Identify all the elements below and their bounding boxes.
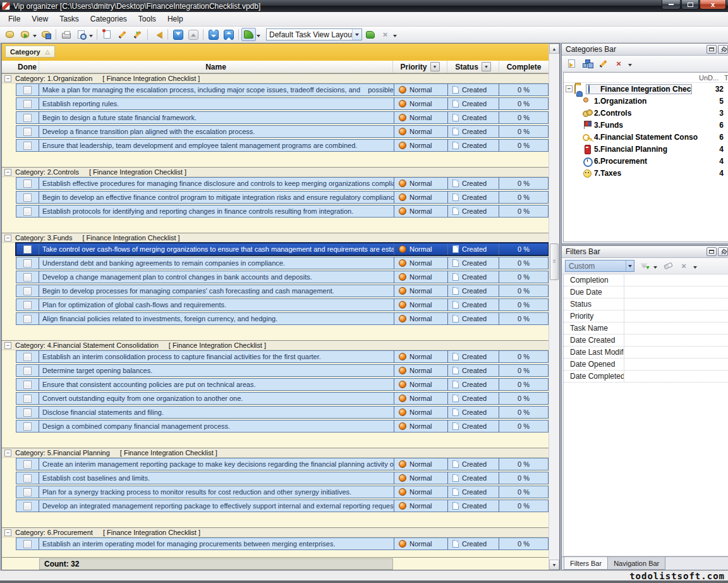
filter-value-field[interactable]: [624, 310, 728, 322]
edit-task-button[interactable]: [115, 28, 130, 41]
new-task-button[interactable]: [100, 28, 114, 41]
task-row[interactable]: Begin to develop processes for managing …: [16, 285, 549, 297]
menu-item[interactable]: Tools: [133, 13, 162, 25]
done-checkbox[interactable]: [23, 128, 32, 136]
apply-filter-button[interactable]: [638, 261, 650, 272]
column-header-done[interactable]: Done: [16, 61, 39, 73]
category-tree-item[interactable]: 6.Procurement 4 4: [564, 155, 728, 167]
task-row[interactable]: Disclose financial statements and filing…: [16, 406, 549, 419]
menu-item[interactable]: File: [3, 13, 26, 25]
done-checkbox[interactable]: [23, 86, 32, 94]
collapse-group-icon[interactable]: −: [4, 529, 11, 536]
collapse-group-icon[interactable]: −: [4, 75, 11, 82]
print-preview-button[interactable]: [74, 28, 88, 41]
filters-pin-button[interactable]: [718, 247, 728, 256]
category-group-header[interactable]: − Category: 2.Controls [ Finance Integra…: [2, 167, 549, 177]
delete-layout-button[interactable]: ×: [378, 28, 392, 41]
scrollbar-track[interactable]: [549, 54, 559, 560]
priority-filter-dropdown[interactable]: ▼: [430, 62, 440, 71]
save-layout-button[interactable]: [363, 28, 377, 41]
layout-combo-dropdown[interactable]: [352, 29, 361, 40]
column-header-complete[interactable]: Complete: [499, 61, 549, 73]
tree-collapse-icon[interactable]: −: [566, 85, 573, 92]
scroll-up-button[interactable]: ▲: [549, 44, 559, 54]
print-dropdown[interactable]: [89, 35, 93, 39]
filter-value-field[interactable]: [624, 371, 728, 382]
task-row[interactable]: Begin to design a future state financial…: [16, 111, 549, 124]
add-subcategory-button[interactable]: [581, 58, 593, 70]
task-row[interactable]: Align financial policies related to inve…: [16, 312, 549, 325]
collapse-group-icon[interactable]: −: [4, 235, 11, 242]
done-checkbox[interactable]: [23, 488, 32, 496]
done-checkbox[interactable]: [23, 207, 32, 216]
task-row[interactable]: Plan for optimization of global cash-flo…: [16, 298, 549, 311]
view-mode-button[interactable]: [241, 28, 256, 41]
duplicate-task-button[interactable]: [130, 28, 145, 41]
done-checkbox[interactable]: [23, 287, 32, 295]
done-checkbox[interactable]: [23, 395, 32, 403]
done-checkbox[interactable]: [23, 301, 32, 309]
filter-value-field[interactable]: [624, 359, 728, 370]
category-tree-item[interactable]: 5.Financial Planning 4 4: [564, 143, 728, 155]
menu-item[interactable]: Help: [162, 13, 189, 25]
task-row[interactable]: Ensure that consistent accounting polici…: [16, 378, 549, 391]
mark-incomplete-button[interactable]: [186, 28, 200, 41]
done-checkbox[interactable]: [23, 422, 32, 431]
task-row[interactable]: Develop an integrated management reporti…: [16, 500, 549, 512]
view-mode-dropdown[interactable]: [257, 35, 260, 39]
save-database-button[interactable]: [39, 28, 53, 41]
close-button[interactable]: x: [700, 0, 726, 9]
categories-toolbar-overflow[interactable]: [628, 64, 632, 68]
scrollbar-thumb[interactable]: [550, 243, 559, 280]
root-category[interactable]: Finance Integration Checklis: [586, 84, 692, 94]
done-checkbox[interactable]: [23, 502, 32, 510]
open-database-dropdown[interactable]: [33, 35, 37, 39]
filter-preset-combo[interactable]: Custom: [565, 260, 634, 272]
mark-complete-button[interactable]: [171, 28, 185, 41]
done-checkbox[interactable]: [23, 193, 32, 202]
done-checkbox[interactable]: [23, 353, 32, 361]
done-checkbox[interactable]: [23, 273, 32, 281]
delete-filter-button[interactable]: ×: [677, 261, 690, 272]
filter-preset-dropdown[interactable]: [626, 261, 634, 271]
collapse-group-icon[interactable]: −: [4, 342, 11, 349]
done-checkbox[interactable]: [23, 474, 32, 482]
filter-value-field[interactable]: [624, 274, 728, 286]
task-row[interactable]: Convert outstanding equity from one orga…: [16, 392, 549, 405]
new-database-button[interactable]: [3, 28, 17, 41]
panel-tab[interactable]: Navigation Bar: [607, 557, 665, 570]
collapse-all-button[interactable]: [221, 28, 236, 41]
done-checkbox[interactable]: [23, 180, 32, 188]
task-row[interactable]: Create an interim management reporting p…: [16, 458, 549, 470]
category-group-header[interactable]: − Category: 3.Funds [ Finance Integratio…: [2, 233, 549, 243]
task-row[interactable]: Establish cost baselines and limits. Nor…: [16, 472, 549, 484]
column-header-name[interactable]: Name: [39, 61, 393, 73]
group-by-category-button[interactable]: Category △: [5, 46, 55, 58]
column-header-priority[interactable]: Priority ▼: [393, 61, 447, 73]
category-group-header[interactable]: − Category: 1.Organization [ Finance Int…: [2, 73, 549, 83]
assign-task-button[interactable]: [150, 28, 165, 41]
total-column-header[interactable]: T...: [724, 74, 728, 82]
category-tree-item[interactable]: 7.Taxes 4 4: [564, 167, 728, 179]
filter-value-field[interactable]: [624, 347, 728, 358]
task-row[interactable]: Determine target opening balances. Norma…: [16, 364, 549, 377]
done-checkbox[interactable]: [23, 367, 32, 375]
panel-tab[interactable]: Filters Bar: [564, 557, 608, 570]
done-checkbox[interactable]: [23, 259, 32, 267]
categories-pin-button[interactable]: [718, 45, 728, 54]
category-group-header[interactable]: − Category: 5.Financial Planning [ Finan…: [2, 448, 549, 458]
category-tree-item[interactable]: 4.Financial Statement Conso 6 6: [564, 131, 728, 143]
task-row[interactable]: Develop a change management plan to cont…: [16, 271, 549, 283]
task-row[interactable]: Establish protocols for identifying and …: [16, 205, 549, 218]
menu-item[interactable]: View: [26, 13, 54, 25]
maximize-button[interactable]: [681, 0, 699, 9]
collapse-group-icon[interactable]: −: [4, 450, 11, 457]
expand-all-button[interactable]: [206, 28, 221, 41]
task-row[interactable]: Take control over cash-flows of merging …: [16, 243, 549, 255]
task-row[interactable]: Establish an interim consolidation proce…: [16, 350, 549, 363]
vertical-scrollbar[interactable]: ▲ ▼: [549, 44, 559, 570]
done-checkbox[interactable]: [23, 381, 32, 389]
category-tree-item[interactable]: 1.Organization 5 5: [564, 95, 728, 107]
filter-value-field[interactable]: [624, 298, 728, 310]
category-group-header[interactable]: − Category: 6.Procurement [ Finance Inte…: [2, 527, 549, 537]
